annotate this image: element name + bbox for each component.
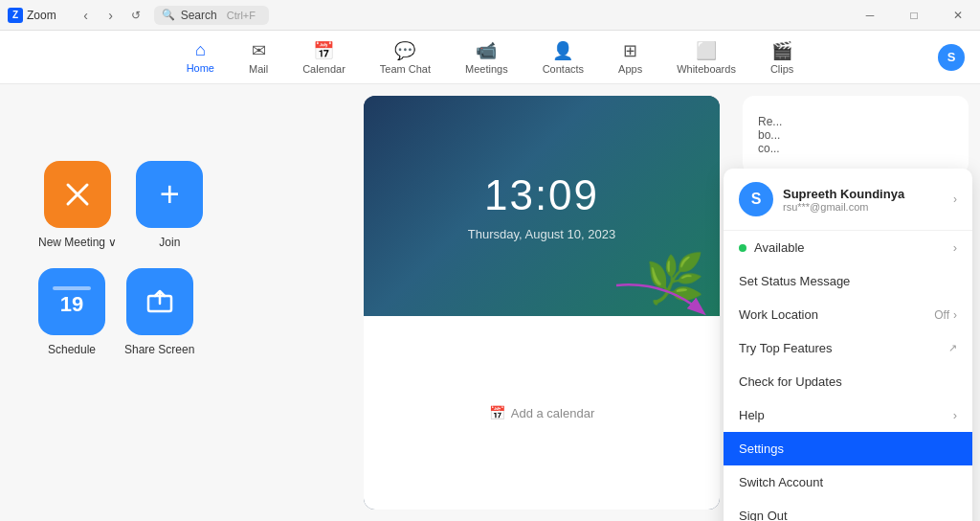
help-label: Help	[739, 408, 765, 422]
new-meeting-label: New Meeting ∨	[38, 236, 117, 249]
dropdown-item-work-location[interactable]: Work Location Off ›	[724, 298, 972, 331]
left-panel: New Meeting ∨ + Join 19 Schedule	[0, 84, 364, 521]
window-controls: ─ □ ✕	[848, 0, 980, 31]
forward-button[interactable]: ›	[100, 5, 122, 26]
action-buttons-row2: 19 Schedule Share Screen	[38, 268, 194, 356]
nav-item-contacts[interactable]: 👤 Contacts	[527, 34, 599, 80]
nav-item-meetings[interactable]: 📹 Meetings	[450, 34, 523, 80]
title-bar: Z Zoom ‹ › ↺ 🔍 Search Ctrl+F ─ □ ✕	[0, 0, 980, 31]
clock-time: 13:09	[484, 171, 599, 219]
app-logo: Z Zoom	[8, 8, 68, 23]
profile-avatar: S	[739, 182, 773, 216]
nav-item-clips[interactable]: 🎬 Clips	[755, 34, 809, 80]
status-dot	[739, 244, 746, 252]
profile-email: rsu***@gmail.com	[783, 201, 944, 213]
join-group: + Join	[136, 161, 203, 249]
dropdown-item-settings[interactable]: Settings	[724, 432, 972, 465]
nav-label-apps: Apps	[618, 63, 642, 75]
share-screen-button[interactable]	[126, 268, 193, 335]
nav-label-contacts: Contacts	[543, 63, 584, 75]
profile-dropdown: S Supreeth Koundinya rsu***@gmail.com › …	[724, 169, 972, 521]
work-location-chevron: ›	[953, 308, 957, 322]
dropdown-item-sign-out[interactable]: Sign Out	[724, 499, 972, 521]
dropdown-item-try-features[interactable]: Try Top Features ↗	[724, 331, 972, 365]
search-icon: 🔍	[162, 9, 175, 21]
contacts-icon: 👤	[552, 40, 573, 61]
nav-item-home[interactable]: ⌂ Home	[171, 34, 230, 79]
schedule-group: 19 Schedule	[38, 268, 105, 356]
settings-label: Settings	[739, 442, 784, 456]
mail-icon: ✉	[252, 40, 266, 61]
work-location-value: Off	[934, 308, 949, 322]
sign-out-label: Sign Out	[739, 509, 788, 521]
minimize-button[interactable]: ─	[848, 0, 892, 31]
dropdown-item-available[interactable]: Available ›	[724, 231, 972, 264]
nav-label-home: Home	[187, 62, 214, 74]
calendar-icon: 📅	[313, 40, 334, 61]
nav-label-team-chat: Team Chat	[380, 63, 431, 75]
nav-bar: ⌂ Home ✉ Mail 📅 Calendar 💬 Team Chat 📹 M…	[0, 31, 980, 84]
nav-controls: ‹ › ↺	[76, 5, 146, 26]
search-shortcut: Ctrl+F	[227, 10, 256, 21]
try-features-label: Try Top Features	[739, 341, 833, 355]
nav-label-clips: Clips	[770, 63, 793, 75]
nav-right: S	[938, 44, 965, 71]
set-status-label: Set Status Message	[739, 274, 850, 288]
help-chevron: ›	[953, 408, 957, 422]
nav-label-whiteboards: Whiteboards	[677, 63, 736, 75]
whiteboards-icon: ⬜	[696, 40, 717, 61]
close-button[interactable]: ✕	[936, 0, 980, 31]
dropdown-item-help[interactable]: Help ›	[724, 398, 972, 432]
share-screen-label: Share Screen	[124, 343, 194, 356]
calendar-body[interactable]: 📅 Add a calendar	[364, 316, 720, 510]
nav-label-calendar: Calendar	[302, 63, 345, 75]
restore-button[interactable]: □	[892, 0, 936, 31]
nav-items: ⌂ Home ✉ Mail 📅 Calendar 💬 Team Chat 📹 M…	[171, 34, 810, 80]
profile-info: Supreeth Koundinya rsu***@gmail.com	[783, 187, 944, 213]
available-chevron: ›	[953, 240, 957, 255]
refresh-button[interactable]: ↺	[125, 5, 146, 26]
banner-text: Re...bo...co...	[758, 115, 953, 155]
team-chat-icon: 💬	[394, 40, 415, 61]
new-meeting-group: New Meeting ∨	[38, 161, 117, 249]
meetings-icon: 📹	[476, 40, 497, 61]
check-updates-label: Check for Updates	[739, 374, 842, 389]
main-content: ⚙ New Meeting ∨ + Join	[0, 84, 980, 521]
join-button[interactable]: +	[136, 161, 203, 228]
schedule-label: Schedule	[48, 343, 96, 356]
search-label: Search	[181, 9, 217, 22]
schedule-button[interactable]: 19	[38, 268, 105, 335]
nav-item-calendar[interactable]: 📅 Calendar	[287, 34, 361, 80]
arrow-annotation	[607, 276, 722, 337]
add-calendar-label: Add a calendar	[511, 406, 594, 420]
zoom-logo-icon: Z	[8, 8, 23, 23]
nav-item-team-chat[interactable]: 💬 Team Chat	[365, 34, 446, 80]
switch-account-label: Switch Account	[739, 475, 823, 489]
banner-area: Re...bo...co...	[743, 96, 969, 174]
home-icon: ⌂	[195, 40, 206, 60]
external-link-icon: ↗	[948, 342, 957, 354]
dropdown-item-check-updates[interactable]: Check for Updates	[724, 365, 972, 398]
nav-item-mail[interactable]: ✉ Mail	[234, 34, 283, 80]
nav-label-mail: Mail	[249, 63, 268, 75]
profile-chevron-icon: ›	[953, 193, 957, 206]
profile-header[interactable]: S Supreeth Koundinya rsu***@gmail.com ›	[724, 169, 972, 231]
action-buttons-row1: New Meeting ∨ + Join	[38, 161, 203, 249]
dropdown-item-switch-account[interactable]: Switch Account	[724, 465, 972, 499]
work-location-label: Work Location	[739, 307, 818, 322]
clips-icon: 🎬	[771, 40, 792, 61]
nav-item-apps[interactable]: ⊞ Apps	[603, 34, 657, 80]
new-meeting-button[interactable]	[44, 161, 111, 228]
clock-date: Thursday, August 10, 2023	[468, 227, 615, 241]
avatar[interactable]: S	[938, 44, 965, 71]
add-calendar-icon: 📅	[489, 405, 505, 420]
nav-label-meetings: Meetings	[465, 63, 508, 75]
search-bar[interactable]: 🔍 Search Ctrl+F	[154, 6, 269, 25]
dropdown-item-set-status[interactable]: Set Status Message	[724, 264, 972, 298]
apps-icon: ⊞	[623, 40, 637, 61]
nav-item-whiteboards[interactable]: ⬜ Whiteboards	[661, 34, 751, 80]
back-button[interactable]: ‹	[76, 5, 97, 26]
profile-name: Supreeth Koundinya	[783, 187, 944, 201]
available-label: Available	[754, 240, 805, 255]
join-label: Join	[159, 236, 180, 249]
